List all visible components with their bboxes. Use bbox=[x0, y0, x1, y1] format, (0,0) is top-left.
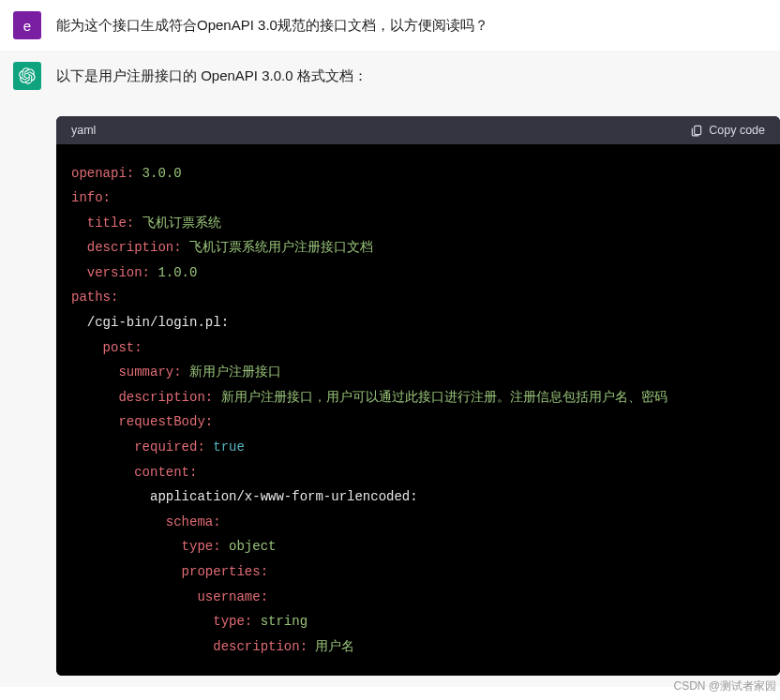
user-message-body: 能为这个接口生成符合OpenAPI 3.0规范的接口文档，以方便阅读吗？ bbox=[56, 11, 780, 39]
code-content[interactable]: openapi: 3.0.0 info: title: 飞机订票系统 descr… bbox=[56, 144, 780, 677]
assistant-message-text: 以下是用户注册接口的 OpenAPI 3.0.0 格式文档： bbox=[56, 64, 780, 88]
user-avatar-letter: e bbox=[23, 18, 31, 34]
watermark: CSDN @测试者家园 bbox=[673, 678, 776, 694]
assistant-message-row: 以下是用户注册接口的 OpenAPI 3.0.0 格式文档： yaml Copy… bbox=[0, 51, 780, 687]
code-toolbar: yaml Copy code bbox=[56, 116, 780, 144]
copy-code-label: Copy code bbox=[709, 124, 765, 137]
user-avatar: e bbox=[13, 11, 41, 39]
openai-logo-icon bbox=[19, 67, 36, 84]
copy-code-button[interactable]: Copy code bbox=[690, 124, 765, 137]
assistant-message-body: 以下是用户注册接口的 OpenAPI 3.0.0 格式文档： yaml Copy… bbox=[56, 62, 780, 676]
clipboard-icon bbox=[690, 124, 703, 137]
assistant-avatar bbox=[13, 62, 41, 90]
svg-rect-0 bbox=[695, 126, 701, 134]
code-block: yaml Copy code openapi: 3.0.0 info: titl… bbox=[56, 116, 780, 677]
code-language-label: yaml bbox=[71, 124, 96, 137]
user-message-text: 能为这个接口生成符合OpenAPI 3.0规范的接口文档，以方便阅读吗？ bbox=[56, 13, 780, 37]
user-message-row: e 能为这个接口生成符合OpenAPI 3.0规范的接口文档，以方便阅读吗？ bbox=[0, 0, 780, 51]
